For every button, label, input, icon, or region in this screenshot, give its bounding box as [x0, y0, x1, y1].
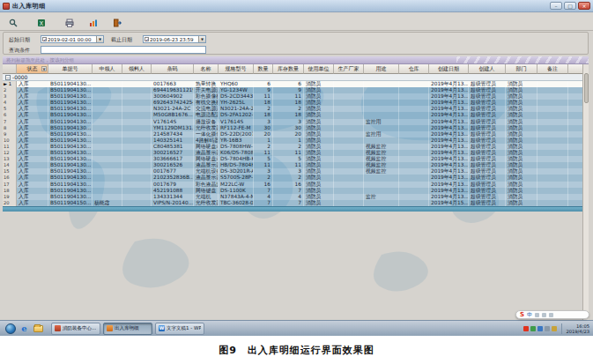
start-button[interactable] [5, 323, 16, 334]
wrench-icon[interactable] [549, 313, 553, 317]
browser-icon[interactable]: e [19, 323, 29, 333]
column-header-1[interactable]: 状态▼ [17, 64, 48, 74]
antivirus-icon[interactable] [530, 326, 536, 331]
cell-name: 液晶显示器 [194, 150, 219, 156]
cell-dept: 消防员 [506, 100, 537, 106]
table-row[interactable]: 13入库B5011904130...303666617网络硬盘录像...DS-7… [3, 156, 582, 162]
column-header-8[interactable]: 数量 [254, 64, 273, 74]
row-indicator: ► 1 [3, 81, 17, 87]
sogou-icon[interactable]: S [520, 311, 524, 318]
column-header-14[interactable]: 创建日期 [429, 64, 469, 74]
column-header-9[interactable]: 库存数量 [273, 64, 304, 74]
folder-icon[interactable] [33, 323, 43, 333]
close-button[interactable]: × [578, 2, 590, 10]
taskbar-button[interactable]: W文字文稿1 - WPS... [155, 323, 204, 335]
column-header-5[interactable]: 条码 [152, 64, 194, 74]
table-row[interactable]: 9入库B5011904130...214587434一体化摄像...DS-22D… [3, 131, 582, 137]
collapse-icon[interactable]: − [5, 75, 11, 80]
cell-applicant [93, 125, 122, 131]
column-header-6[interactable]: 名称 [194, 64, 219, 74]
group-row[interactable]: − -0000 [3, 74, 582, 81]
table-row[interactable]: 11入库B5011904130...C80485381网络硬盘录像...DS-7… [3, 144, 582, 150]
column-header-4[interactable]: 领料人 [122, 64, 152, 74]
column-header-3[interactable]: 申领人 [93, 64, 122, 74]
cell-created: 2019年4月13... [429, 93, 469, 100]
window-titlebar[interactable]: 出入库明细 – ▢ × [0, 0, 593, 12]
query-input[interactable] [41, 46, 206, 54]
maximize-button[interactable]: ▢ [564, 2, 576, 10]
cell-maker [334, 119, 364, 125]
group-by-panel[interactable]: 将列标题拖至此处，按该列分组 [3, 56, 589, 64]
table-row[interactable]: 19入库B5011904130...134331344光端机N37843A-4-… [3, 194, 582, 200]
column-header-2[interactable]: 单据号 [48, 64, 93, 74]
filter-dropdown-icon[interactable]: ▼ [41, 66, 47, 71]
table-row[interactable]: 3入库B5011904130...300604902彩色摄像机DS-2CD344… [3, 93, 582, 100]
table-row[interactable]: 2入库B5011904130...6944196311219开关电源适配...Y… [3, 87, 582, 93]
chinese-mode-icon[interactable]: 中 [527, 311, 532, 319]
cell-dept: 消防员 [506, 156, 537, 162]
cell-dept: 消防员 [506, 188, 537, 194]
taskbar: e 消防装备中心...出入库明细W文字文稿1 - WPS... 16:05 20… [0, 320, 593, 336]
pen-icon[interactable] [535, 313, 539, 317]
chevron-down-icon[interactable]: ▼ [96, 36, 103, 42]
table-row[interactable]: 14入库B5011904130...300216526液晶显示器HB/DS-78… [3, 162, 582, 168]
cell-name: 光端机设备 [194, 168, 219, 175]
table-row[interactable]: 17入库B5011904130...0017679彩色液晶监视...M22LC-… [3, 182, 582, 188]
cell-status: 入库 [17, 175, 48, 181]
cell-stock: 18 [273, 112, 304, 118]
column-header-15[interactable]: 创建人 [469, 64, 506, 74]
table-row[interactable]: 12入库B5011904130...300216527液晶显示器K06/DS-7… [3, 150, 582, 156]
table-row[interactable]: 7入库B5011904130...V17614S播放设备V17614S33消防员… [3, 119, 582, 125]
table-row[interactable]: 10入库B5011904130...1403251414路解码器YR-16B31… [3, 137, 582, 144]
sogou-tray-icon[interactable] [523, 326, 529, 331]
column-header-12[interactable]: 用途 [364, 64, 399, 74]
scrollbar-thumb[interactable] [584, 73, 589, 103]
vertical-scrollbar[interactable] [582, 64, 589, 320]
table-row[interactable]: 18入库B5011904130...452191088网络键盘DS-1100K7… [3, 188, 582, 194]
cell-handler [122, 93, 152, 100]
minimize-button[interactable]: – [550, 2, 562, 10]
clock[interactable]: 16:05 2019/4/23 [561, 323, 589, 334]
input-method-bar[interactable]: S 中 [515, 310, 589, 319]
start-date-checkbox[interactable]: ✓ [42, 37, 47, 41]
usb-icon[interactable] [552, 326, 557, 331]
taskbar-button[interactable]: 出入库明细 [103, 323, 152, 335]
cell-maker [334, 131, 364, 137]
table-row[interactable]: 8入库B5011904130...YM1129DM131...光纤收发器RF11… [3, 125, 582, 131]
cell-barcode: 0017679 [152, 182, 194, 188]
cell-name: 一体化摄像... [194, 131, 219, 137]
end-date-picker[interactable]: ✓ 2019-06-23 23:59 ▼ [143, 35, 206, 43]
column-header-13[interactable]: 仓库 [399, 64, 429, 74]
network-icon[interactable] [537, 326, 543, 331]
table-row[interactable]: 16入库B5011904130...2102352836B...液晶显示器S57… [3, 175, 582, 181]
column-header-16[interactable]: 部门 [506, 64, 537, 74]
cell-remark [537, 150, 568, 156]
keyboard-icon[interactable] [542, 313, 546, 317]
app2-icon [107, 325, 113, 331]
table-row[interactable]: 15入库B5011904130...0017677光端机设备DS-3D201R-… [3, 168, 582, 175]
cell-applicant [93, 175, 122, 181]
cell-stock: 11 [273, 93, 304, 100]
table-row[interactable]: 4入库B5011904130...6926437424254有线交换机YH-26… [3, 100, 582, 106]
cell-maker [334, 81, 364, 87]
cell-maker [334, 162, 364, 168]
cell-remark [537, 87, 568, 93]
volume-icon[interactable] [545, 326, 550, 331]
row-filler [568, 188, 582, 194]
taskbar-button[interactable]: 消防装备中心... [51, 323, 100, 335]
table-row[interactable]: 20入库B5011904150...杨晓霞VIPS/N-20140...光纤收发… [3, 200, 582, 206]
cell-creator: 超级管理员 [469, 194, 506, 200]
table-row[interactable]: 6入库B5011904130...M50G8B1676...电源适配器DS-2F… [3, 112, 582, 118]
cell-remark [537, 119, 568, 125]
column-header-17[interactable]: 备注 [537, 64, 568, 74]
start-date-picker[interactable]: ✓ 2019-02-01 00:00 ▼ [41, 35, 104, 43]
end-date-checkbox[interactable]: ✓ [145, 37, 149, 41]
column-header-10[interactable]: 使用单位 [304, 64, 334, 74]
cell-warehouse [399, 119, 429, 125]
chevron-down-icon[interactable]: ▼ [198, 36, 205, 42]
table-row[interactable]: 5入库B5011904130...N3021-24A-2C交流电源适...N30… [3, 106, 582, 112]
cell-usage [364, 87, 399, 93]
table-row[interactable]: ► 1入库B5011904130...0017663热量转换（标...YHQ60… [3, 81, 582, 87]
column-header-7[interactable]: 规格型号 [219, 64, 254, 74]
column-header-11[interactable]: 生产厂家 [334, 64, 364, 74]
